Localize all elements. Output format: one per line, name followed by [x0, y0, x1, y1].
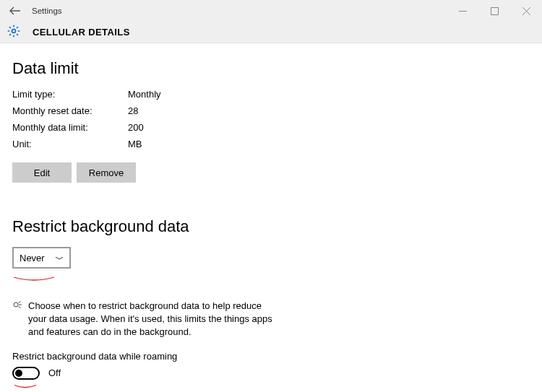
- back-button[interactable]: [0, 0, 30, 22]
- close-icon: [522, 7, 530, 15]
- edit-button[interactable]: Edit: [12, 162, 72, 183]
- chevron-down-icon: [55, 255, 64, 261]
- limit-type-value: Monthly: [128, 89, 530, 100]
- data-limit-heading: Data limit: [12, 59, 530, 78]
- titlebar: Settings: [0, 0, 542, 22]
- roaming-toggle-state: Off: [48, 367, 61, 378]
- data-limit-label: Monthly data limit:: [12, 122, 128, 133]
- annotation-underline-toggle: [12, 380, 530, 391]
- maximize-button[interactable]: [478, 0, 510, 22]
- remove-button[interactable]: Remove: [77, 162, 136, 183]
- minimize-icon: [459, 7, 467, 15]
- svg-point-2: [14, 302, 18, 307]
- svg-point-1: [12, 30, 16, 33]
- minimize-button[interactable]: [447, 0, 478, 22]
- back-arrow-icon: [9, 6, 21, 15]
- data-limit-buttons: Edit Remove: [12, 162, 530, 183]
- roaming-toggle[interactable]: [12, 367, 40, 380]
- gear-icon: [7, 24, 21, 40]
- restrict-heading: Restrict background data: [12, 217, 530, 236]
- header-row: CELLULAR DETAILS: [0, 22, 542, 43]
- content-area: Data limit Limit type: Monthly Monthly r…: [0, 43, 542, 391]
- page-title: CELLULAR DETAILS: [33, 27, 130, 38]
- lightbulb-icon: [12, 300, 22, 339]
- close-button[interactable]: [510, 0, 542, 22]
- limit-type-label: Limit type:: [12, 89, 128, 100]
- unit-label: Unit:: [12, 139, 128, 149]
- reset-date-value: 28: [128, 105, 530, 116]
- reset-date-label: Monthly reset date:: [12, 105, 128, 116]
- svg-rect-0: [491, 7, 498, 14]
- data-limit-details: Limit type: Monthly Monthly reset date: …: [12, 89, 530, 149]
- window-title: Settings: [32, 6, 62, 15]
- data-limit-value: 200: [128, 122, 530, 133]
- restrict-dropdown[interactable]: Never: [12, 247, 71, 269]
- roaming-toggle-row: Off: [12, 367, 530, 380]
- unit-value: MB: [128, 139, 530, 149]
- toggle-knob: [15, 370, 22, 377]
- caption-buttons: [447, 0, 542, 22]
- roaming-toggle-label: Restrict background data while roaming: [12, 351, 530, 362]
- maximize-icon: [491, 7, 499, 15]
- restrict-dropdown-value: Never: [20, 253, 45, 263]
- description-row: Choose when to restrict background data …: [12, 300, 530, 339]
- annotation-underline: [12, 272, 530, 283]
- restrict-description: Choose when to restrict background data …: [28, 300, 278, 339]
